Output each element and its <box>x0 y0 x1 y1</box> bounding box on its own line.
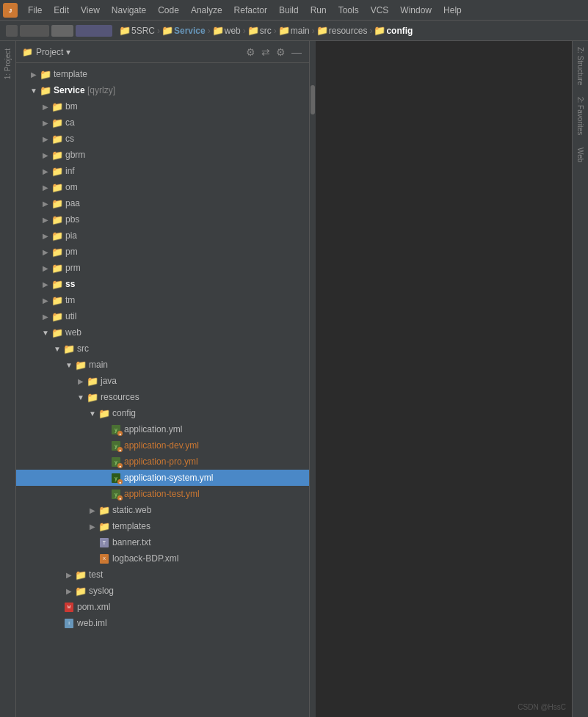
tree-arrow[interactable]: ▶ <box>40 280 51 288</box>
tree-arrow[interactable]: ▶ <box>40 135 51 143</box>
breadcrumb-main[interactable]: 📁 main <box>279 26 310 36</box>
tree-item-web[interactable]: ▼📁web <box>16 324 309 341</box>
tree-arrow[interactable]: ▶ <box>28 70 40 79</box>
tree-item-test[interactable]: ▶📁test <box>16 567 309 583</box>
tree-item-om[interactable]: ▶📁om <box>16 179 309 195</box>
tree-arrow[interactable]: ▼ <box>51 345 63 353</box>
tree-item-icon: 📁 <box>51 197 63 209</box>
sidebar-tab-structure[interactable]: Z: Structure <box>575 41 586 91</box>
tree-item-main[interactable]: ▼📁main <box>16 357 309 373</box>
tree-arrow[interactable]: ▶ <box>40 232 51 240</box>
scrollbar[interactable] <box>310 41 316 717</box>
tree-arrow[interactable]: ▼ <box>87 410 98 418</box>
menu-code[interactable]: Code <box>152 4 185 17</box>
gear-icon[interactable]: ⚙ <box>275 45 287 59</box>
tree-item-prm[interactable]: ▶📁prm <box>16 260 309 276</box>
tree-item-static.web[interactable]: ▶📁static.web <box>16 502 309 518</box>
tree-item-banner.txt[interactable]: ▶Tbanner.txt <box>16 534 309 550</box>
tree-item-icon: T <box>98 536 110 548</box>
tree-arrow[interactable]: ▶ <box>40 119 51 127</box>
menu-navigate[interactable]: Navigate <box>106 4 152 17</box>
menu-run[interactable]: Run <box>305 4 333 17</box>
tree-item-ss[interactable]: ▶📁ss <box>16 276 309 292</box>
tree-arrow[interactable]: ▶ <box>63 587 75 595</box>
tree-item-java[interactable]: ▶📁java <box>16 373 309 389</box>
tree-item-pm[interactable]: ▶📁pm <box>16 244 309 260</box>
tree-item-paa[interactable]: ▶📁paa <box>16 195 309 211</box>
menu-help[interactable]: Help <box>438 4 468 17</box>
tree-item-label: inf <box>65 166 75 176</box>
tree-arrow[interactable]: ▶ <box>40 167 51 175</box>
tree-arrow[interactable]: ▶ <box>75 377 87 385</box>
breadcrumb-5src[interactable]: 📁 5SRC <box>120 26 155 36</box>
collapse-icon[interactable]: — <box>290 45 303 59</box>
tree-arrow[interactable]: ▶ <box>63 571 75 579</box>
tree-item-service[interactable]: ▼📁Service [qyrlzy] <box>16 82 309 98</box>
tree-item-label: templates <box>112 521 150 531</box>
tree-item-inf[interactable]: ▶📁inf <box>16 163 309 179</box>
tree-item-ca[interactable]: ▶📁ca <box>16 114 309 131</box>
tree-arrow[interactable]: ▶ <box>40 296 51 305</box>
panel-dropdown[interactable]: ▾ <box>66 47 70 57</box>
tree-item-template[interactable]: ▶📁template <box>16 66 309 82</box>
tree-item-pia[interactable]: ▶📁pia <box>16 228 309 244</box>
menu-vcs[interactable]: VCS <box>365 4 395 17</box>
breadcrumb-resources[interactable]: 📁 resources <box>317 26 368 36</box>
tree-arrow[interactable]: ▶ <box>40 264 51 272</box>
tree-arrow[interactable]: ▶ <box>40 151 51 159</box>
tree-item-logback-BDP.xml[interactable]: ▶Xlogback-BDP.xml <box>16 550 309 567</box>
tree-arrow[interactable]: ▶ <box>40 248 51 256</box>
breadcrumb-config[interactable]: 📁 config <box>374 26 413 36</box>
tree-arrow[interactable]: ▼ <box>75 393 87 401</box>
tree-arrow[interactable]: ▼ <box>28 87 40 95</box>
tree-item-templates[interactable]: ▶📁templates <box>16 518 309 534</box>
breadcrumb-service[interactable]: 📁 Service <box>162 26 206 36</box>
tree-arrow[interactable]: ▶ <box>40 103 51 111</box>
sidebar-tab-project[interactable]: 1: Project <box>2 44 13 84</box>
tree-item-pbs[interactable]: ▶📁pbs <box>16 211 309 228</box>
tree-item-label: bm <box>65 101 78 112</box>
menu-file[interactable]: File <box>22 4 48 17</box>
tree-item-label: syslog <box>89 586 114 596</box>
tree-item-cs[interactable]: ▶📁cs <box>16 131 309 147</box>
tree-arrow[interactable]: ▶ <box>40 216 51 224</box>
tree-arrow[interactable]: ▶ <box>87 523 98 531</box>
tree-item-web.iml[interactable]: ▶Iweb.iml <box>16 615 309 631</box>
tree-item-application-system.yml[interactable]: ▶y●application-system.yml <box>16 470 309 486</box>
menu-edit[interactable]: Edit <box>48 4 75 17</box>
tree-item-application-test.yml[interactable]: ▶y●application-test.yml <box>16 486 309 502</box>
scrollbar-thumb[interactable] <box>311 85 315 114</box>
tree-arrow[interactable]: ▶ <box>40 183 51 192</box>
sidebar-tab-web[interactable]: Web <box>575 142 586 168</box>
menu-tools[interactable]: Tools <box>333 4 365 17</box>
tree-arrow[interactable]: ▼ <box>40 329 51 337</box>
breadcrumb-web[interactable]: 📁 web <box>213 26 241 36</box>
menu-view[interactable]: View <box>75 4 106 17</box>
tree-arrow[interactable]: ▶ <box>40 200 51 208</box>
layout-icon[interactable]: ⇄ <box>260 45 272 59</box>
tree-item-pom.xml[interactable]: ▶Mpom.xml <box>16 599 309 615</box>
tree-item-tm[interactable]: ▶📁tm <box>16 292 309 308</box>
tree-item-resources[interactable]: ▼📁resources <box>16 389 309 405</box>
tree-item-bm[interactable]: ▶📁bm <box>16 98 309 114</box>
tree-item-application-dev.yml[interactable]: ▶y●application-dev.yml <box>16 437 309 454</box>
tree-item-gbrm[interactable]: ▶📁gbrm <box>16 147 309 163</box>
menu-analyze[interactable]: Analyze <box>185 4 228 17</box>
tree-item-util[interactable]: ▶📁util <box>16 308 309 324</box>
tree-arrow[interactable]: ▶ <box>87 506 98 514</box>
tree-item-config[interactable]: ▼📁config <box>16 405 309 421</box>
tree-arrow[interactable]: ▶ <box>40 313 51 321</box>
tree-view[interactable]: ▶📁template▼📁Service [qyrlzy]▶📁bm▶📁ca▶📁cs… <box>16 63 309 717</box>
menu-refactor[interactable]: Refactor <box>228 4 273 17</box>
menu-window[interactable]: Window <box>394 4 438 17</box>
settings-cog-icon[interactable]: ⚙ <box>244 45 257 59</box>
breadcrumb-src[interactable]: 📁 src <box>248 26 272 36</box>
tree-arrow[interactable]: ▼ <box>63 361 75 369</box>
tree-item-application.yml[interactable]: ▶y●application.yml <box>16 421 309 437</box>
tree-item-src[interactable]: ▼📁src <box>16 341 309 357</box>
sidebar-tab-favorites[interactable]: 2: Favorites <box>575 91 586 141</box>
panel-action-icons: ⚙ ⇄ ⚙ — <box>244 45 303 59</box>
tree-item-application-pro.yml[interactable]: ▶y●application-pro.yml <box>16 454 309 470</box>
tree-item-syslog[interactable]: ▶📁syslog <box>16 583 309 599</box>
menu-build[interactable]: Build <box>273 4 305 17</box>
